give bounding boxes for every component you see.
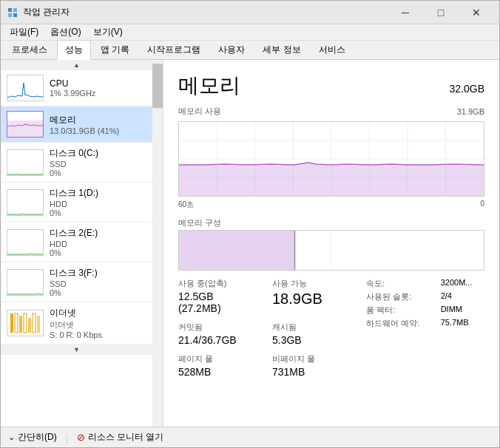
menu-view[interactable]: 보기(V) bbox=[87, 24, 129, 40]
sidebar-item-disk1[interactable]: 디스크 1(D:) HDD 0% bbox=[1, 183, 152, 223]
tab-performance[interactable]: 성능 bbox=[57, 40, 91, 60]
disk1-usage: 0% bbox=[50, 208, 146, 217]
memory-info: 메모리 13.0/31.9GB (41%) bbox=[50, 114, 146, 135]
in-use-value: 12.5GB (27.2MB) bbox=[178, 291, 257, 314]
form-value: DIMM bbox=[441, 305, 484, 316]
main-panel: 메모리 32.0GB 메모리 사용 31.9GB bbox=[163, 60, 499, 427]
main-total: 32.0GB bbox=[450, 83, 484, 95]
bottom-bar: ⌄ 간단히(D) | ⊘ 리소스 모니터 열기 bbox=[1, 427, 499, 447]
graph-time-labels: 60초 0 bbox=[178, 198, 484, 211]
stats-row3: 페이지 풀 528MB 비페이지 풀 731MB bbox=[178, 353, 351, 378]
menu-options[interactable]: 옵션(O) bbox=[44, 24, 87, 40]
disk0-type: SSD bbox=[50, 160, 146, 169]
time-left: 60초 bbox=[178, 200, 194, 210]
config-section: 메모리 구성 bbox=[178, 217, 484, 271]
nonpaged-stat: 비페이지 풀 731MB bbox=[272, 353, 351, 378]
slots-value: 2/4 bbox=[441, 291, 484, 302]
tab-bar: 프로세스 성능 앱 기록 시작프로그램 사용자 세부 정보 서비스 bbox=[1, 41, 499, 60]
tab-details[interactable]: 세부 정보 bbox=[254, 40, 308, 59]
sidebar-scrollbar[interactable] bbox=[152, 60, 163, 427]
svg-rect-18 bbox=[37, 316, 40, 333]
svg-rect-1 bbox=[13, 8, 17, 12]
cpu-info: CPU 1% 3.99GHz bbox=[50, 78, 146, 98]
stats-container: 사용 중(압축) 12.5GB (27.2MB) 사용 가능 18.9GB 커밋… bbox=[178, 278, 484, 378]
tab-users[interactable]: 사용자 bbox=[210, 40, 253, 59]
usage-section: 메모리 사용 31.9GB bbox=[178, 106, 484, 211]
available-value: 18.9GB bbox=[272, 291, 351, 308]
disk1-info: 디스크 1(D:) HDD 0% bbox=[50, 187, 146, 217]
svg-rect-34 bbox=[296, 231, 484, 271]
disk0-thumbnail bbox=[7, 149, 44, 176]
separator: | bbox=[66, 432, 68, 443]
main-title: 메모리 bbox=[178, 72, 240, 100]
usage-label: 메모리 사용 bbox=[178, 106, 221, 117]
scroll-thumb[interactable] bbox=[152, 64, 163, 108]
tab-services[interactable]: 서비스 bbox=[311, 40, 354, 59]
svg-rect-10 bbox=[7, 270, 44, 296]
monitor-label[interactable]: 리소스 모니터 열기 bbox=[88, 431, 164, 444]
app-icon bbox=[7, 7, 18, 18]
disk0-info: 디스크 0(C:) SSD 0% bbox=[50, 147, 146, 177]
tab-processes[interactable]: 프로세스 bbox=[4, 40, 55, 59]
available-stat: 사용 가능 18.9GB bbox=[272, 278, 351, 314]
maximize-button[interactable]: □ bbox=[424, 2, 458, 23]
paged-stat: 페이지 풀 528MB bbox=[178, 353, 257, 378]
speed-value: 3200M... bbox=[441, 278, 484, 289]
svg-rect-2 bbox=[8, 13, 12, 17]
menu-file[interactable]: 파일(F) bbox=[4, 24, 44, 40]
disk3-usage: 0% bbox=[50, 288, 146, 297]
collapse-icon: ⌄ bbox=[8, 432, 15, 442]
nonpaged-label: 비페이지 풀 bbox=[272, 353, 351, 364]
paged-value: 528MB bbox=[178, 366, 257, 378]
disk2-usage: 0% bbox=[50, 248, 146, 257]
stats-row1: 사용 중(압축) 12.5GB (27.2MB) 사용 가능 18.9GB bbox=[178, 278, 351, 314]
tab-startup[interactable]: 시작프로그램 bbox=[139, 40, 209, 59]
collapse-label[interactable]: 간단히(D) bbox=[18, 431, 57, 444]
cpu-usage: 1% 3.99GHz bbox=[50, 89, 146, 98]
sidebar-item-disk3[interactable]: 디스크 3(F:) SSD 0% bbox=[1, 262, 152, 302]
memory-usage-graph bbox=[178, 121, 484, 197]
memory-config-graph bbox=[178, 230, 484, 271]
disk3-name: 디스크 3(F:) bbox=[50, 267, 146, 279]
ethernet-sub: 이더넷 bbox=[50, 319, 146, 330]
svg-rect-14 bbox=[19, 316, 22, 333]
svg-rect-32 bbox=[179, 231, 295, 271]
usage-graph-area bbox=[179, 122, 484, 196]
tab-app-history[interactable]: 앱 기록 bbox=[92, 40, 138, 59]
stats-row2: 커밋됨 21.4/36.7GB 캐시됨 5.3GB bbox=[178, 322, 351, 346]
monitor-button[interactable]: ⊘ 리소스 모니터 열기 bbox=[77, 431, 164, 444]
committed-label: 커밋됨 bbox=[178, 322, 257, 333]
scroll-up-button[interactable]: ▲ bbox=[1, 60, 152, 70]
sidebar-item-disk2[interactable]: 디스크 2(E:) HDD 0% bbox=[1, 223, 152, 262]
svg-rect-8 bbox=[7, 190, 44, 216]
close-button[interactable]: ✕ bbox=[459, 2, 493, 23]
available-label: 사용 가능 bbox=[272, 278, 351, 289]
usage-current: 31.9GB bbox=[457, 107, 484, 116]
minimize-button[interactable]: ─ bbox=[388, 2, 422, 23]
svg-rect-7 bbox=[7, 150, 44, 176]
sidebar-item-disk0[interactable]: 디스크 0(C:) SSD 0% bbox=[1, 143, 152, 183]
sidebar-item-ethernet[interactable]: 이더넷 이더넷 S: 0 R: 0 Kbps bbox=[1, 302, 152, 345]
disk0-name: 디스크 0(C:) bbox=[50, 147, 146, 160]
sidebar-item-memory[interactable]: 메모리 13.0/31.9GB (41%) bbox=[1, 106, 152, 143]
svg-rect-16 bbox=[28, 318, 31, 333]
in-use-stat: 사용 중(압축) 12.5GB (27.2MB) bbox=[178, 278, 257, 314]
memory-thumbnail bbox=[7, 111, 44, 138]
disk2-name: 디스크 2(E:) bbox=[50, 227, 146, 240]
collapse-button[interactable]: ⌄ 간단히(D) bbox=[8, 431, 57, 444]
disk2-thumbnail bbox=[7, 229, 44, 256]
svg-rect-9 bbox=[7, 230, 44, 256]
slots-label: 사용된 슬롯: bbox=[366, 291, 432, 302]
scroll-down-button[interactable]: ▼ bbox=[1, 345, 152, 355]
ethernet-name: 이더넷 bbox=[50, 307, 146, 319]
cpu-name: CPU bbox=[50, 78, 146, 89]
content-area: ▲ CPU 1% 3.99GHz bbox=[1, 60, 499, 427]
title-bar: 작업 관리자 ─ □ ✕ bbox=[1, 1, 499, 24]
paged-label: 페이지 풀 bbox=[178, 353, 257, 364]
svg-rect-12 bbox=[10, 313, 13, 333]
disk2-info: 디스크 2(E:) HDD 0% bbox=[50, 227, 146, 257]
nonpaged-value: 731MB bbox=[272, 366, 351, 378]
cached-label: 캐시됨 bbox=[272, 322, 351, 333]
svg-rect-11 bbox=[9, 312, 41, 334]
sidebar-item-cpu[interactable]: CPU 1% 3.99GHz bbox=[1, 70, 152, 106]
